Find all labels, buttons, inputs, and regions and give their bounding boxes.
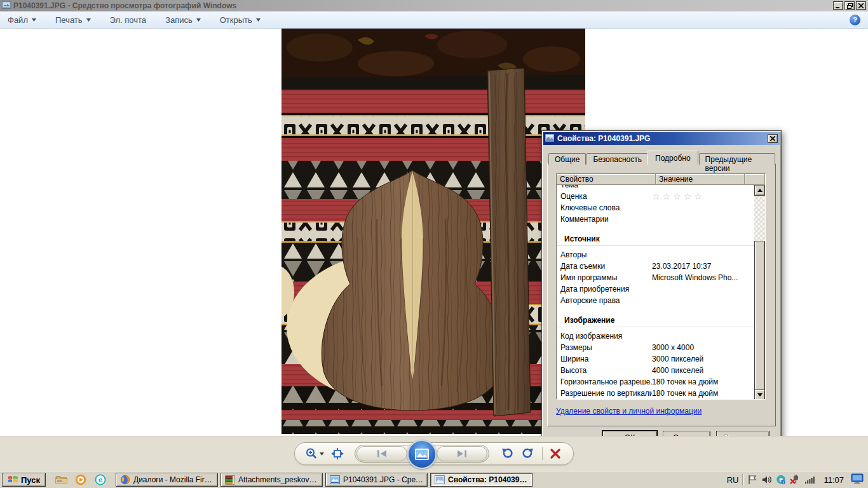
display-icon[interactable] <box>851 473 864 486</box>
property-name: Размеры <box>557 343 652 352</box>
property-row: Ключевые слова <box>557 202 765 214</box>
zoom-button[interactable] <box>305 447 324 460</box>
next-button[interactable] <box>437 446 487 461</box>
property-row: Горизонтальное разреше...180 точек на дю… <box>557 376 765 388</box>
section-header: Изображение <box>557 315 760 327</box>
quick-launch-folder-icon[interactable] <box>55 473 67 486</box>
previous-button[interactable] <box>356 446 407 461</box>
property-name: Дата приобретения <box>557 285 652 294</box>
property-name: Высота <box>557 366 652 375</box>
signal-bars-icon[interactable] <box>804 475 815 484</box>
rotate-cw-button[interactable] <box>521 447 535 460</box>
column-header-property[interactable]: Свойство <box>557 174 656 185</box>
navigation-group <box>355 445 489 463</box>
property-row: Разрешение по вертикали180 точек на дюйм <box>557 388 765 399</box>
menu-item-burn[interactable]: Запись <box>165 15 201 25</box>
menu-item-file[interactable]: Файл <box>8 15 36 25</box>
chevron-down-icon <box>196 18 201 22</box>
delete-button[interactable] <box>550 448 561 459</box>
property-name: Ключевые слова <box>557 203 652 212</box>
quick-launch-media-player-icon[interactable] <box>74 473 87 486</box>
rating-stars[interactable]: ☆☆☆☆☆ <box>652 191 765 201</box>
windows-logo-icon <box>8 474 18 485</box>
tab-general[interactable]: Общие <box>548 153 586 165</box>
window-title: P1040391.JPG - Средство просмотра фотогр… <box>13 1 236 10</box>
menu-item-print[interactable]: Печать <box>55 15 91 25</box>
scroll-up-button[interactable] <box>754 185 765 196</box>
tab-previous-versions[interactable]: Предыдущие версии <box>699 153 775 165</box>
slideshow-button[interactable] <box>407 440 437 469</box>
actual-size-button[interactable] <box>331 448 344 459</box>
property-row: Авторские права <box>557 295 765 306</box>
property-row: Комментарии <box>557 214 765 225</box>
task-button-firefox[interactable]: Диалоги - Mozilla Firefox <box>116 473 218 487</box>
scroll-down-button[interactable] <box>754 390 765 400</box>
remove-properties-link[interactable]: Удаление свойств и личной информации <box>556 407 702 416</box>
property-row: Код изображения <box>557 330 765 342</box>
menu-item-label: Печать <box>55 15 83 25</box>
property-row: Тема <box>557 185 765 191</box>
tab-security[interactable]: Безопасность <box>587 153 648 165</box>
help-icon[interactable]: ? <box>850 15 860 25</box>
taskbar-clock[interactable]: 11:07 <box>824 475 844 485</box>
task-button-archive[interactable]: Attachments_peskov_65... <box>220 473 323 487</box>
property-row: Ширина3000 пикселей <box>557 353 765 365</box>
quick-launch-eset-icon[interactable]: e <box>94 473 107 486</box>
start-button[interactable]: Пуск <box>2 473 46 487</box>
minimize-button[interactable] <box>833 1 843 10</box>
property-name: Авторские права <box>557 296 652 305</box>
rotate-ccw-button[interactable] <box>500 447 514 460</box>
window-titlebar: P1040391.JPG - Средство просмотра фотогр… <box>0 0 868 11</box>
menu-item-label: Эл. почта <box>110 15 147 25</box>
firefox-icon <box>120 475 130 485</box>
menu-bar: ФайлПечатьЭл. почтаЗаписьОткрыть ? <box>0 11 868 29</box>
property-name: Оценка <box>557 192 652 201</box>
property-name: Дата съемки <box>557 262 652 271</box>
task-button-properties[interactable]: Свойства: P1040391.... <box>430 473 532 487</box>
menu-item-email[interactable]: Эл. почта <box>110 15 147 25</box>
property-row: Имя программыMicrosoft Windows Pho... <box>557 272 765 283</box>
photo-viewer-app-icon <box>2 1 11 11</box>
network-unplugged-icon[interactable] <box>790 475 801 485</box>
language-indicator[interactable]: RU <box>727 474 743 485</box>
property-value: 180 точек на дюйм <box>652 377 765 386</box>
property-name: Тема <box>557 185 652 189</box>
close-button[interactable] <box>856 1 866 10</box>
task-button-photo-viewer[interactable]: P1040391.JPG - Средст... <box>325 473 428 487</box>
menu-items: ФайлПечатьЭл. почтаЗаписьОткрыть <box>8 15 261 25</box>
property-row: Авторы <box>557 249 765 261</box>
property-value: 4000 пикселей <box>652 366 765 375</box>
volume-icon[interactable] <box>762 475 772 485</box>
property-name: Авторы <box>557 250 652 259</box>
property-row: Дата съемки23.03.2017 10:37 <box>557 261 765 272</box>
start-label: Пуск <box>21 475 40 485</box>
tray-icons: ei <box>747 475 815 485</box>
property-name: Ширина <box>557 355 652 363</box>
flag-icon[interactable] <box>747 475 758 485</box>
taskbar: Пуск e Диалоги - Mozilla FirefoxAttachme… <box>0 471 868 488</box>
property-row: Высота4000 пикселей <box>557 365 765 376</box>
dialog-title: Свойства: P1040391.JPG <box>557 134 650 143</box>
column-header-value[interactable]: Значение <box>656 174 745 185</box>
property-value: Microsoft Windows Pho... <box>652 273 765 282</box>
photo-viewer-icon <box>330 475 340 484</box>
svg-text:e: e <box>98 476 102 484</box>
task-label: Attachments_peskov_65... <box>238 475 318 484</box>
quick-launch: e <box>55 473 107 486</box>
property-value: 3000 x 4000 <box>652 343 765 352</box>
dialog-close-button[interactable] <box>768 134 778 143</box>
menu-item-label: Файл <box>8 15 28 25</box>
restore-button[interactable] <box>844 1 855 10</box>
menu-item-open[interactable]: Открыть <box>220 15 261 25</box>
chevron-down-icon <box>32 18 36 22</box>
task-label: Свойства: P1040391.... <box>448 475 528 484</box>
dialog-image-icon <box>545 134 554 144</box>
property-name: Разрешение по вертикали <box>557 389 652 398</box>
scrollbar[interactable] <box>754 185 765 400</box>
scrollbar-thumb[interactable] <box>754 241 765 393</box>
winrar-icon <box>225 475 235 485</box>
system-tray: RU ei 11:07 <box>724 472 866 487</box>
tab-details[interactable]: Подробно <box>648 151 698 165</box>
eset-tray-icon[interactable]: ei <box>776 475 786 485</box>
property-value: 180 точек на дюйм <box>652 389 765 398</box>
